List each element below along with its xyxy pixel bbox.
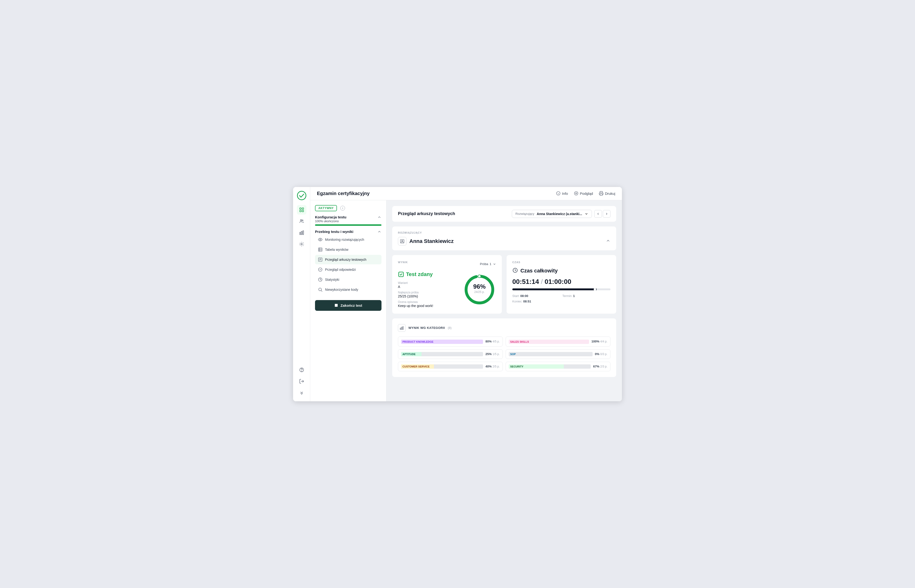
nav-tabela-label: Tabela wyników: [325, 248, 348, 252]
main-content: Egzamin certyfikacyjny Info Podgląd: [310, 187, 622, 401]
category-name-4: SOP: [510, 353, 516, 355]
search-key-icon: [318, 287, 322, 292]
info-badge[interactable]: i: [340, 206, 345, 210]
attempt-chevron-icon: [493, 262, 496, 266]
category-bar-section-3: APTITUDE: [401, 352, 483, 356]
svg-point-20: [320, 239, 321, 240]
proba-value: 1: [490, 262, 491, 266]
category-bar-section-6: SECURITY: [509, 364, 591, 369]
category-name-2: SALES SKILLS: [510, 340, 529, 343]
solver-selector[interactable]: Rozwiązujący Anna Stankiewicz (a.stanki.…: [512, 210, 592, 218]
sidebar: [293, 187, 310, 401]
category-security: SECURITY 67% 2/3 p.: [505, 362, 611, 371]
najlepsza-row: Najlepsza próba 25/25 (100%): [398, 291, 459, 299]
svg-rect-2: [302, 208, 303, 209]
pie-icon: [318, 277, 322, 282]
sidebar-item-logout[interactable]: [297, 376, 306, 386]
page-title: Egzamin certyfikacyjny: [317, 191, 369, 196]
sidebar-item-help[interactable]: [297, 365, 306, 375]
preview-label: Podgląd: [580, 191, 593, 195]
results-row: WYNIK Próba 1: [392, 255, 616, 313]
konfiguracja-title: Konfiguracja testu: [315, 215, 347, 219]
nav-tabela[interactable]: Tabela wyników: [315, 245, 382, 254]
info-button[interactable]: Info: [556, 191, 568, 196]
header-actions: Info Podgląd Drukuj: [556, 191, 615, 196]
nav-kody[interactable]: Niewykorzystane kody: [315, 285, 382, 294]
total-time: 01:00:00: [544, 278, 571, 285]
time-title: Czas całkowity: [520, 268, 558, 274]
result-card: WYNIK Próba 1: [392, 255, 502, 313]
svg-rect-21: [319, 248, 322, 251]
wariant-value: A: [398, 285, 400, 289]
chevron-left-icon: [596, 212, 600, 215]
chevron-up-icon-3: [606, 238, 611, 243]
time-meta: Start 08:00 Termin 1 Koniec 08:51: [512, 294, 611, 303]
stop-icon: [334, 304, 338, 307]
right-panel: Przegląd arkuszy testowych Rozwiązujący …: [387, 200, 622, 401]
print-button[interactable]: Drukuj: [599, 191, 615, 196]
end-test-button[interactable]: Zakończ test: [315, 300, 382, 311]
sidebar-item-users[interactable]: [297, 216, 306, 226]
progress-bar-fill: [315, 225, 382, 226]
solver-label: Rozwiązujący: [515, 212, 534, 215]
koniec-item: Koniec 08:51: [512, 300, 560, 303]
category-name: PRODUCT KNOWLEDGE: [402, 340, 434, 343]
app-logo: [297, 191, 306, 200]
subheader-title: Przegląd arkuszy testowych: [398, 211, 455, 216]
info-label: Info: [562, 191, 568, 195]
svg-rect-45: [403, 326, 403, 330]
left-panel: AKTYWNY i Konfiguracja testu 100% ukończ…: [310, 200, 387, 401]
preview-button[interactable]: Podgląd: [574, 191, 593, 196]
category-bar-section-4: SOP: [509, 352, 593, 356]
ocena-row: Ocena opisowa Keep up the good work!: [398, 300, 459, 308]
svg-rect-8: [301, 231, 302, 234]
svg-point-31: [319, 288, 321, 291]
result-status-text: Test zdany: [406, 271, 433, 278]
progress-row: 100% ukończono: [315, 219, 382, 226]
time-progress-bar: [512, 288, 611, 290]
chevron-right-icon: [605, 212, 608, 215]
svg-point-0: [297, 191, 306, 200]
categories-grid: PRODUCT KNOWLEDGE 80% 4/5 p.: [398, 336, 611, 371]
przebieg-header[interactable]: Przebieg testu i wyniki: [315, 229, 382, 234]
solver-card: ROZWIĄZUJĄCY Anna Stankiewicz: [392, 226, 616, 250]
category-pts-3: 1/5 p.: [492, 352, 500, 356]
category-pts: 4/5 p.: [492, 340, 500, 343]
nav-odpowiedzi-label: Przegląd odpowiedzi: [325, 268, 356, 271]
svg-text:24/25 p.: 24/25 p.: [474, 290, 484, 294]
sheet-icon: [318, 257, 322, 262]
category-sales-skills: SALES SKILLS 100% 4/4 p.: [505, 336, 611, 347]
time-display: 00:51:14 / 01:00:00: [512, 278, 611, 286]
category-stats-3: 25% 1/5 p.: [485, 352, 500, 356]
svg-point-5: [300, 219, 302, 221]
sidebar-item-settings[interactable]: [297, 239, 306, 249]
konfiguracja-header[interactable]: Konfiguracja testu: [315, 215, 382, 219]
attempt-selector[interactable]: Próba 1: [480, 262, 496, 266]
nav-przeglad[interactable]: Przegląd arkuszy testowych: [315, 255, 382, 264]
nav-monitoring[interactable]: Monitoring rozwiązujących: [315, 235, 382, 244]
sidebar-item-dashboard[interactable]: [297, 205, 306, 215]
nav-statystyki-label: Statystyki: [325, 278, 339, 281]
nav-statystyki[interactable]: Statystyki: [315, 275, 382, 284]
eye-icon: [318, 237, 322, 242]
next-arrow[interactable]: [603, 210, 611, 218]
svg-rect-19: [600, 194, 602, 195]
svg-rect-1: [300, 208, 301, 209]
sidebar-item-analytics[interactable]: [297, 228, 306, 237]
status-badge: AKTYWNY: [315, 205, 337, 211]
category-name-5: CUSTOMER SERVICE: [402, 365, 430, 368]
sidebar-item-expand[interactable]: [297, 388, 306, 397]
svg-rect-43: [400, 328, 401, 330]
prev-arrow[interactable]: [594, 210, 602, 218]
category-stats-6: 67% 2/3 p.: [593, 365, 607, 368]
przebieg-title: Przebieg testu i wyniki: [315, 229, 353, 234]
collapse-button[interactable]: [606, 238, 611, 244]
svg-text:96%: 96%: [473, 283, 486, 290]
category-bar-section: PRODUCT KNOWLEDGE: [401, 339, 483, 344]
elapsed-time: 00:51:14: [512, 278, 539, 285]
end-test-label: Zakończ test: [340, 304, 362, 307]
nav-odpowiedzi[interactable]: Przegląd odpowiedzi: [315, 265, 382, 275]
category-pts-4: 0/3 p.: [600, 352, 607, 356]
termin-value: 1: [573, 294, 575, 298]
category-percent-4: 0%: [595, 352, 599, 356]
